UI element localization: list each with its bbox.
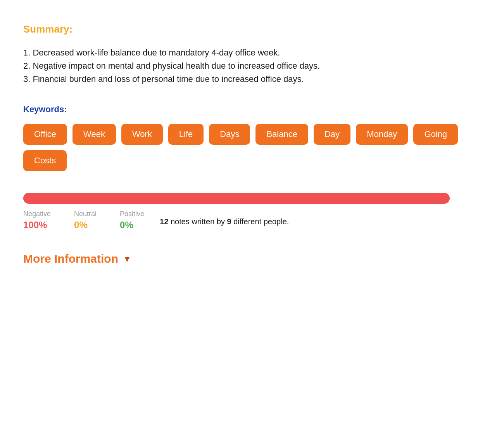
sentiment-section: Negative 100% Neutral 0% Positive 0% 12 … — [23, 193, 481, 230]
sentiment-negative: Negative 100% — [23, 210, 51, 230]
more-info-section: More Information ▼ — [23, 252, 481, 265]
sentiment-bar-container: Negative 100% Neutral 0% Positive 0% 12 … — [23, 193, 481, 230]
sentiment-neutral: Neutral 0% — [74, 210, 97, 230]
sentiment-bar — [23, 193, 450, 204]
keyword-tag[interactable]: Life — [168, 124, 204, 145]
keyword-tag[interactable]: Day — [314, 124, 350, 145]
keyword-tag[interactable]: Office — [23, 124, 67, 145]
notes-count: 12 — [160, 217, 168, 226]
keyword-tag[interactable]: Work — [121, 124, 163, 145]
sentiment-stats: Negative 100% Neutral 0% Positive 0% — [23, 210, 144, 230]
notes-text: notes written by — [171, 217, 225, 226]
more-info-button[interactable]: More Information ▼ — [23, 252, 131, 265]
summary-point-2: 2. Negative impact on mental and physica… — [23, 61, 320, 71]
people-text: different people. — [233, 217, 289, 226]
keyword-tag[interactable]: Costs — [23, 150, 67, 171]
more-info-label: More Information — [23, 252, 118, 265]
summary-label: Summary: — [23, 23, 481, 35]
summary-point-3: 3. Financial burden and loss of personal… — [23, 74, 304, 84]
summary-point-1: 1. Decreased work-life balance due to ma… — [23, 48, 280, 57]
people-count: 9 — [227, 217, 231, 226]
negative-value: 100% — [23, 220, 51, 230]
neutral-value: 0% — [74, 220, 97, 230]
notes-info: 12 notes written by 9 different people. — [160, 217, 289, 226]
positive-label: Positive — [120, 210, 144, 218]
keyword-tag[interactable]: Balance — [255, 124, 308, 145]
positive-value: 0% — [120, 220, 144, 230]
keyword-tag[interactable]: Week — [72, 124, 116, 145]
negative-label: Negative — [23, 210, 51, 218]
neutral-label: Neutral — [74, 210, 97, 218]
keyword-tag[interactable]: Going — [413, 124, 458, 145]
more-info-arrow-icon: ▼ — [123, 254, 131, 264]
summary-section: Summary: 1. Decreased work-life balance … — [23, 23, 481, 86]
summary-text: 1. Decreased work-life balance due to ma… — [23, 46, 450, 86]
keyword-tag[interactable]: Monday — [356, 124, 408, 145]
sentiment-positive: Positive 0% — [120, 210, 144, 230]
keyword-tag[interactable]: Days — [209, 124, 250, 145]
keywords-section: Keywords: OfficeWeekWorkLifeDaysBalanceD… — [23, 104, 481, 171]
keywords-label: Keywords: — [23, 104, 481, 114]
stats-row: Negative 100% Neutral 0% Positive 0% 12 … — [23, 210, 481, 230]
keywords-container: OfficeWeekWorkLifeDaysBalanceDayMondayGo… — [23, 124, 481, 171]
